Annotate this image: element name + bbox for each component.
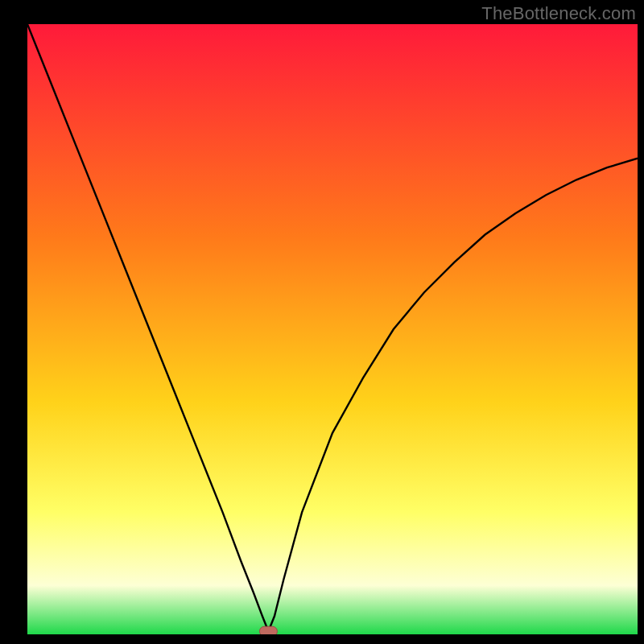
chart-container: TheBottleneck.com (0, 0, 644, 644)
gradient-background (27, 24, 638, 634)
plot-svg (27, 24, 638, 634)
plot-area (27, 24, 638, 634)
optimal-marker (259, 626, 277, 634)
watermark-text: TheBottleneck.com (481, 3, 636, 24)
